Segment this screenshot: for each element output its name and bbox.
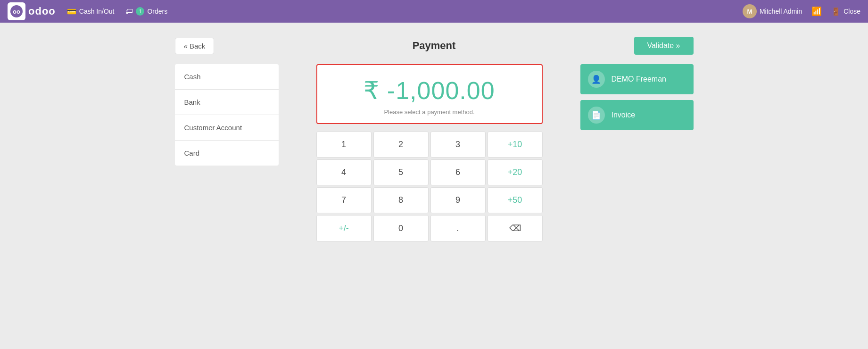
payment-method-customer-account[interactable]: Customer Account (175, 115, 279, 141)
main-area: « Back Payment Validate » Cash Bank Cust… (0, 23, 868, 349)
page-title: Payment (413, 40, 456, 52)
close-icon: 🚪 (831, 7, 841, 16)
numpad-key-6[interactable]: 6 (430, 159, 486, 185)
orders-label: Orders (147, 8, 167, 15)
header-row: « Back Payment Validate » (175, 37, 694, 55)
invoice-label: Invoice (612, 111, 636, 119)
customer-label: DEMO Freeman (612, 75, 666, 83)
invoice-button[interactable]: 📄 Invoice (580, 100, 694, 130)
cash-inout-label: Cash In/Out (79, 8, 115, 15)
payment-method-card[interactable]: Card (175, 141, 279, 166)
numpad-key-3[interactable]: 3 (430, 132, 486, 158)
close-nav[interactable]: 🚪 Close (831, 7, 860, 16)
topnav-right: M Mitchell Admin 📶 🚪 Close (743, 4, 860, 18)
orders-icon: 🏷 (125, 7, 133, 16)
payment-method-bank[interactable]: Bank (175, 90, 279, 115)
customer-button[interactable]: 👤 DEMO Freeman (580, 64, 694, 94)
close-label: Close (843, 8, 860, 15)
orders-badge: 1 (136, 7, 144, 16)
back-button[interactable]: « Back (175, 38, 215, 54)
admin-name: Mitchell Admin (760, 8, 802, 15)
cash-inout-nav[interactable]: 💳 Cash In/Out (67, 7, 115, 16)
logo-icon: oo (8, 2, 25, 20)
numpad-key-0[interactable]: 0 (373, 215, 429, 241)
amount-number: -1,000.00 (387, 77, 495, 104)
right-panel: 👤 DEMO Freeman 📄 Invoice (580, 64, 694, 130)
numpad-key-_10[interactable]: +10 (488, 132, 543, 158)
numpad-key-4[interactable]: 4 (316, 159, 372, 185)
numpad-key-5[interactable]: 5 (373, 159, 429, 185)
numpad-key-_[interactable]: ⌫ (488, 215, 543, 241)
numpad: 123+10456+20789+50+/-0.⌫ (316, 132, 543, 241)
center-panel: ₹ -1,000.00 Please select a payment meth… (293, 64, 566, 241)
orders-nav[interactable]: 🏷 1 Orders (125, 7, 167, 16)
admin-user[interactable]: M Mitchell Admin (743, 4, 802, 18)
numpad-key-___[interactable]: +/- (316, 215, 372, 241)
payment-method-cash[interactable]: Cash (175, 64, 279, 90)
amount-display: ₹ -1,000.00 Please select a payment meth… (316, 64, 543, 124)
logo[interactable]: oo odoo (8, 2, 56, 20)
amount-value: ₹ -1,000.00 (327, 76, 532, 105)
avatar: M (743, 4, 757, 18)
wifi-icon: 📶 (811, 6, 822, 17)
amount-hint: Please select a payment method. (327, 108, 532, 116)
numpad-key-7[interactable]: 7 (316, 187, 372, 213)
payment-methods-panel: Cash Bank Customer Account Card (175, 64, 279, 166)
numpad-key-2[interactable]: 2 (373, 132, 429, 158)
svg-text:oo: oo (13, 8, 20, 15)
logo-text: odoo (28, 5, 56, 17)
currency-symbol: ₹ (364, 77, 380, 104)
numpad-key-9[interactable]: 9 (430, 187, 486, 213)
wifi-status: 📶 (811, 6, 822, 17)
numpad-key-_20[interactable]: +20 (488, 159, 543, 185)
validate-button[interactable]: Validate » (634, 37, 694, 55)
customer-icon: 👤 (588, 71, 605, 88)
cash-icon: 💳 (67, 7, 76, 16)
numpad-key-1[interactable]: 1 (316, 132, 372, 158)
invoice-icon: 📄 (588, 107, 605, 124)
numpad-key-_[interactable]: . (430, 215, 486, 241)
numpad-key-_50[interactable]: +50 (488, 187, 543, 213)
content-row: Cash Bank Customer Account Card ₹ -1,000… (175, 64, 694, 241)
topnav: oo odoo 💳 Cash In/Out 🏷 1 Orders M Mitch… (0, 0, 868, 23)
numpad-key-8[interactable]: 8 (373, 187, 429, 213)
